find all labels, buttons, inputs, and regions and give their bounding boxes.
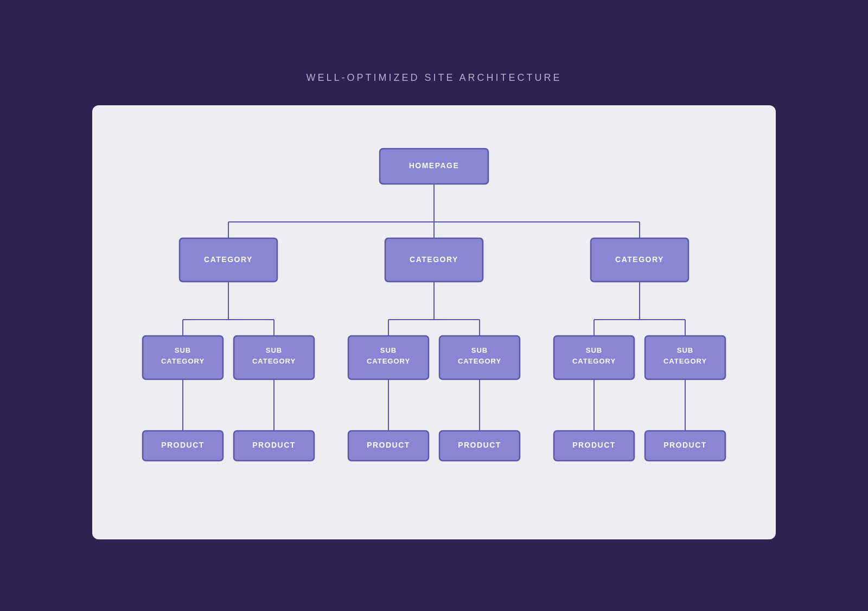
cat1-label: CATEGORY: [204, 254, 253, 263]
prod4-label: PRODUCT: [458, 440, 501, 449]
sub6-line1: SUB: [677, 346, 693, 354]
prod1-label: PRODUCT: [161, 440, 205, 449]
cat3-label: CATEGORY: [615, 254, 664, 263]
prod5-label: PRODUCT: [572, 440, 616, 449]
page-title: WELL-OPTIMIZED SITE ARCHITECTURE: [306, 72, 561, 84]
sub1-line1: SUB: [175, 346, 191, 354]
sub2-line2: CATEGORY: [252, 357, 296, 365]
prod3-label: PRODUCT: [367, 440, 410, 449]
sub2-line1: SUB: [266, 346, 282, 354]
prod6-label: PRODUCT: [663, 440, 707, 449]
sub3-line2: CATEGORY: [367, 357, 410, 365]
prod2-label: PRODUCT: [252, 440, 296, 449]
sub5-line2: CATEGORY: [572, 357, 616, 365]
sub6-line2: CATEGORY: [663, 357, 707, 365]
diagram-container: .box { fill: #8b85d4; stroke: #5c55a8; s…: [92, 105, 776, 539]
cat2-label: CATEGORY: [410, 254, 458, 263]
sub1-line2: CATEGORY: [161, 357, 205, 365]
sub4-line1: SUB: [471, 346, 488, 354]
sub3-line1: SUB: [380, 346, 397, 354]
sub4-line2: CATEGORY: [458, 357, 501, 365]
sub5-line1: SUB: [586, 346, 602, 354]
homepage-label: HOMEPAGE: [409, 161, 459, 169]
tree-diagram: .box { fill: #8b85d4; stroke: #5c55a8; s…: [125, 138, 743, 507]
